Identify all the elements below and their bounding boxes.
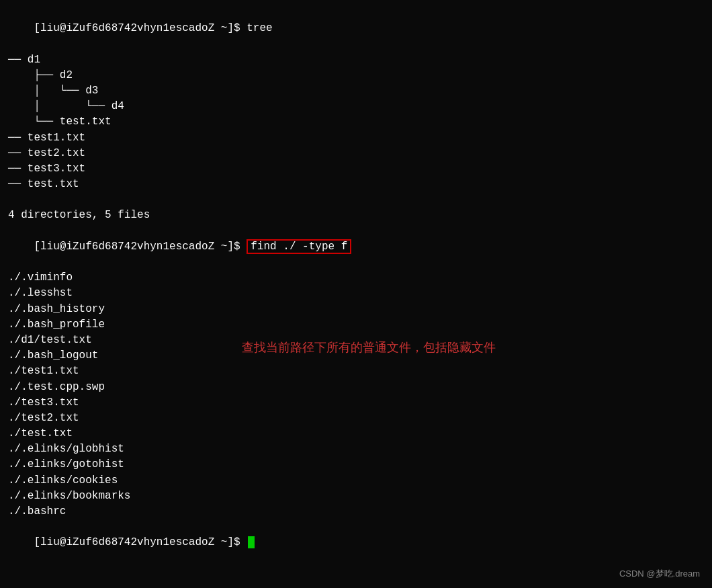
find-out-elinks-cookies: ./.elinks/cookies (8, 473, 704, 489)
find-out-viminfo: ./.viminfo (8, 270, 704, 286)
final-prompt: [liu@iZuf6d68742vhyn1escadoZ ~]$ (34, 536, 247, 548)
tree-line-test1: ── test1.txt (8, 130, 704, 146)
find-out-lesshst: ./.lesshst (8, 286, 704, 301)
find-out-bashrc: ./.bashrc (8, 504, 704, 519)
find-command-highlight: find ./ -type f (247, 239, 351, 254)
blank-line (8, 192, 704, 208)
watermark: CSDN @梦吃.dream (619, 568, 700, 580)
find-out-test-cpp-swp: ./.test.cpp.swp (8, 380, 704, 395)
tree-line-d1: ── d1 (8, 52, 704, 68)
find-out-elinks-bookmarks: ./.elinks/bookmarks (8, 489, 704, 504)
find-out-test1: ./test1.txt (8, 364, 704, 379)
cmd-line-tree: [liu@iZuf6d68742vhyn1escadoZ ~]$ tree (8, 5, 704, 52)
tree-line-test-txt: └── test.txt (8, 114, 704, 130)
tree-line-test2: ── test2.txt (8, 146, 704, 161)
tree-line-d4: │ └── d4 (8, 99, 704, 114)
prompt-find: [liu@iZuf6d68742vhyn1escadoZ ~]$ (34, 241, 247, 253)
tree-line-d2: ├── d2 (8, 68, 704, 83)
find-out-test-txt: ./test.txt (8, 426, 704, 442)
tree-line-test: ── test.txt (8, 177, 704, 192)
find-out-bash-history: ./.bash_history (8, 302, 704, 317)
prompt: [liu@iZuf6d68742vhyn1escadoZ ~]$ (34, 22, 247, 34)
find-out-test3: ./test3.txt (8, 395, 704, 411)
find-out-bash-profile: ./.bash_profile (8, 317, 704, 333)
cmd-tree: tree (247, 22, 272, 34)
final-prompt-line: [liu@iZuf6d68742vhyn1escadoZ ~]$ (8, 519, 704, 566)
cmd-line-find: [liu@iZuf6d68742vhyn1escadoZ ~]$ find ./… (8, 224, 704, 271)
tree-line-test3: ── test3.txt (8, 161, 704, 177)
tree-line-d3: │ └── d3 (8, 83, 704, 99)
find-out-elinks-gotohist: ./.elinks/gotohist (8, 457, 704, 472)
find-out-test2: ./test2.txt (8, 411, 704, 426)
summary-line: 4 directories, 5 files (8, 208, 704, 223)
terminal-window: [liu@iZuf6d68742vhyn1escadoZ ~]$ tree ──… (0, 0, 712, 588)
annotation-text: 查找当前路径下所有的普通文件，包括隐藏文件 (242, 339, 496, 355)
find-out-elinks-globhist: ./.elinks/globhist (8, 442, 704, 457)
terminal-cursor (248, 536, 255, 548)
